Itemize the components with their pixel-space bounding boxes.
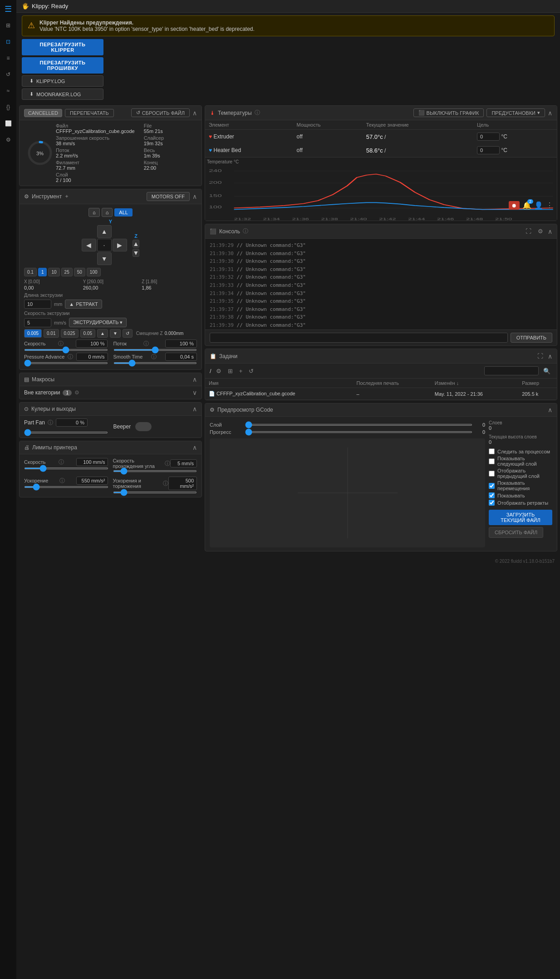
motors-off-button[interactable]: MOTORS OFF [147,192,190,201]
z-offset-0.005[interactable]: 0.005 [24,329,42,338]
home-y-button[interactable]: ⌂ [102,208,113,217]
file-row[interactable]: 📄 CFFFP_xyzCalibration_cube.gcode – May.… [205,388,557,400]
console-settings-button[interactable]: ⚙ [536,227,545,236]
nav-settings-icon[interactable]: ⚙ [3,134,14,145]
chart-y-label: Temperature °C [207,159,555,164]
y-plus-button[interactable]: ▲ [97,225,112,238]
corner-speed-slider[interactable] [113,470,197,472]
restart-firmware-button[interactable]: ПЕРЕЗАГРУЗИТЬ ПРОШИВКУ [22,57,103,74]
extruder-target-input[interactable] [477,133,500,141]
show-checkbox[interactable] [489,492,495,498]
nav-editor-icon[interactable]: {} [3,102,14,113]
presets-button[interactable]: ПРЕДУСТАНОВКИ ▾ [486,108,545,117]
files-expand-button[interactable]: ⛶ [535,352,545,360]
settings-icon-btn[interactable]: ⚙ [214,367,223,375]
search-icon-btn[interactable]: 🔍 [541,367,552,375]
pressure-slider[interactable] [24,362,108,364]
z-offset-0.01[interactable]: 0.01 [44,329,59,338]
refresh-icon-btn[interactable]: ↺ [247,367,255,375]
files-search-input[interactable] [484,366,539,375]
z-down-button[interactable]: ▼ [110,329,121,338]
gear-icon: ✦ [64,193,69,200]
moonraker-log-button[interactable]: ⬇ MOONRAKER.LOG [22,89,103,100]
console-expand-button[interactable]: ⛶ [524,227,533,236]
retract-button[interactable]: ▲ РЕТРАКТ [65,300,102,309]
z-reset-button[interactable]: ↺ [123,329,133,338]
klippy-log-button[interactable]: ⬇ KLIPPY.LOG [22,75,103,87]
nav-print-icon[interactable]: ⬜ [3,118,14,129]
console-collapse[interactable]: ∧ [548,228,552,235]
reset-file-button[interactable]: ↺ СБРОСИТЬ ФАЙЛ [131,108,190,117]
show-prev-checkbox[interactable] [489,471,495,477]
pressure-label: Pressure Advance [24,354,64,359]
accel-decel-slider[interactable] [113,492,197,493]
filter-icon-btn[interactable]: ⊞ [226,367,235,375]
show-retracts-checkbox[interactable] [489,500,495,506]
smooth-slider[interactable] [113,362,197,364]
jog-steps-row: 0.1 1 10 25 50 100 [24,268,197,276]
y-minus-button[interactable]: ▼ [97,252,112,265]
load-file-button[interactable]: ЗАГРУЗИТЬ ТЕКУЩИЙ ФАЙЛ [489,510,552,525]
reset-gcode-file-button[interactable]: СБРОСИТЬ ФАЙЛ [489,527,543,538]
beeper-toggle[interactable] [135,422,152,431]
speed-limit-slider[interactable] [24,467,108,469]
jog-step-1[interactable]: 1 [38,268,47,276]
z-minus-button[interactable]: ▼ [133,249,140,257]
nav-files-icon[interactable]: ≡ [3,53,14,64]
progress-slider[interactable] [245,431,472,433]
send-button[interactable]: ОТПРАВИТЬ [511,333,552,343]
macros-collapse[interactable]: ∧ [192,376,197,383]
follow-print-checkbox[interactable] [489,448,495,454]
files-collapse[interactable]: ∧ [548,353,552,360]
weight-label: Весь [144,148,197,153]
chart-notification-button[interactable]: 🔔 2 [522,201,531,210]
nav-status-icon[interactable]: ⊡ [3,36,14,47]
flow-slider[interactable] [113,349,197,351]
jog-step-0.1[interactable]: 0.1 [24,268,37,276]
gcode-collapse[interactable]: ∧ [548,406,552,413]
home-all-button[interactable]: ALL [114,208,133,216]
part-fan-slider[interactable] [24,432,108,433]
temp-collapse[interactable]: ∧ [548,109,552,117]
heater-bed-target-input[interactable] [477,146,500,154]
nav-dashboard-icon[interactable]: ⊞ [3,20,14,31]
nav-menu-icon[interactable]: ☰ [3,4,14,15]
console-input[interactable] [210,333,508,343]
extrude-speed-input[interactable] [24,318,51,327]
limits-collapse[interactable]: ∧ [192,444,197,451]
show-moves-checkbox[interactable] [489,483,495,489]
chart-more-button[interactable]: ⋮ [546,201,553,210]
x-minus-button[interactable]: ◀ [82,239,96,251]
extrude-button[interactable]: ЭКСТРУДИРОВАТЬ ▾ [69,318,127,327]
macros-settings-icon[interactable]: ⚙ [74,389,79,396]
jog-step-50[interactable]: 50 [74,268,85,276]
x-plus-button[interactable]: ▶ [113,239,127,251]
restart-klipper-button[interactable]: ПЕРЕЗАГРУЗИТЬ KLIPPER [22,39,103,55]
jog-step-100[interactable]: 100 [87,268,101,276]
jog-step-10[interactable]: 10 [48,268,59,276]
nav-history-icon[interactable]: ↺ [3,69,14,80]
add-icon-btn[interactable]: + [237,367,245,375]
extrude-length-input[interactable] [24,300,51,309]
fans-collapse[interactable]: ∧ [192,405,197,413]
jog-step-25[interactable]: 25 [61,268,73,276]
z-plus-button[interactable]: ▲ [133,240,140,248]
print-status-collapse[interactable]: ∧ [192,109,197,117]
heater-bed-row: ♥ Heater Bed off 58.6°c / [205,143,557,157]
show-next-checkbox[interactable] [489,458,495,464]
accel-slider[interactable] [24,486,108,488]
z-offset-0.025[interactable]: 0.025 [61,329,79,338]
layer-slider[interactable] [245,424,472,426]
chart-record-button[interactable]: ⏺ [509,201,520,210]
reprint-button[interactable]: ПЕРЕПЕЧАТАТЬ [65,109,114,117]
speed-slider[interactable] [24,349,108,351]
z-up-button[interactable]: ▲ [97,329,108,338]
home-x-button[interactable]: ⌂ [88,208,100,217]
nav-config-icon[interactable]: ≈ [3,85,14,96]
macros-category-collapse[interactable]: ∨ [192,389,197,396]
disable-chart-button[interactable]: ⬛ ВЫКЛЮЧИТЬ ГРАФИК [413,108,484,117]
direction-controls: ▲ ◀ · ▶ ▼ Z ▲ ▼ [24,225,197,265]
chart-user-button[interactable]: 👤 [534,201,543,210]
z-offset-0.05[interactable]: 0.05 [80,329,95,338]
tool-collapse[interactable]: ∧ [192,193,197,200]
